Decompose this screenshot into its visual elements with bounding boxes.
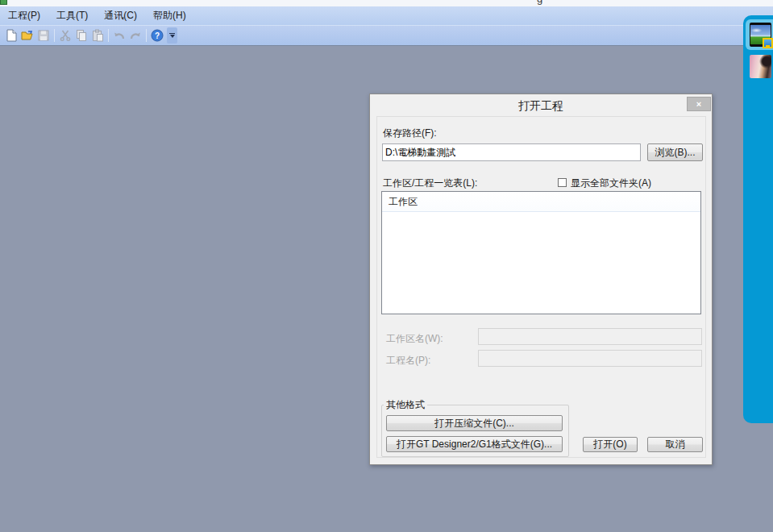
- help-icon[interactable]: ?: [149, 27, 165, 44]
- toolbar-separator: [146, 29, 147, 42]
- browse-button[interactable]: 浏览(B)...: [647, 143, 703, 161]
- menu-bar: 工程(P) 工具(T) 通讯(C) 帮助(H): [0, 6, 773, 25]
- landscape-photo-thumbnail[interactable]: [750, 23, 771, 47]
- close-icon[interactable]: ×: [687, 97, 711, 111]
- open-gt-designer2-button[interactable]: 打开GT Designer2/G1格式文件(G)...: [386, 436, 563, 452]
- workspace-name-label: 工作区名(W):: [386, 332, 443, 346]
- save-icon[interactable]: [35, 27, 52, 44]
- open-compressed-file-button[interactable]: 打开压缩文件(C)...: [386, 415, 563, 431]
- cut-icon[interactable]: [57, 27, 73, 44]
- new-icon[interactable]: [3, 27, 19, 44]
- side-panel: [743, 15, 773, 423]
- titlebar-strip: g: [0, 0, 773, 6]
- list-item-workspace[interactable]: 工作区: [382, 192, 700, 212]
- project-name-input: [478, 350, 702, 367]
- open-icon[interactable]: [19, 27, 35, 44]
- toolbar-overflow-icon[interactable]: [167, 27, 177, 44]
- cancel-button[interactable]: 取消: [647, 437, 703, 452]
- workspace-project-list-label: 工作区/工程一览表(L):: [383, 177, 477, 190]
- monitor-overlay-icon: [763, 38, 773, 48]
- toolbar-separator: [54, 29, 55, 42]
- workspace-name-input: [478, 328, 702, 345]
- menu-tools[interactable]: 工具(T): [48, 6, 96, 25]
- toolbar-separator: [108, 29, 109, 42]
- copy-icon[interactable]: [73, 27, 89, 44]
- portrait-photo-thumbnail[interactable]: [750, 55, 771, 78]
- menu-help[interactable]: 帮助(H): [145, 6, 194, 25]
- app-icon: [0, 0, 7, 5]
- paste-icon[interactable]: [89, 27, 106, 44]
- save-path-label: 保存路径(F):: [383, 127, 437, 140]
- undo-icon[interactable]: [111, 27, 127, 44]
- window-title-fragment: g: [537, 0, 542, 5]
- help-glyph: ?: [155, 31, 160, 40]
- dialog-title: 打开工程: [370, 99, 712, 114]
- workspace-project-listbox[interactable]: 工作区: [381, 191, 701, 314]
- project-name-label: 工程名(P):: [386, 354, 430, 368]
- show-all-folders-label: 显示全部文件夹(A): [571, 177, 651, 190]
- menu-communication[interactable]: 通讯(C): [96, 6, 145, 25]
- toolbar: ?: [0, 25, 773, 46]
- show-all-folders-checkbox[interactable]: [558, 178, 567, 187]
- other-formats-label: 其他格式: [384, 398, 427, 412]
- redo-icon[interactable]: [127, 27, 143, 44]
- menu-project[interactable]: 工程(P): [0, 6, 48, 25]
- screen: g 工程(P) 工具(T) 通讯(C) 帮助(H): [0, 0, 773, 532]
- open-project-dialog: 打开工程 × 保存路径(F): 浏览(B)... 工作区/工程一览表(L): 显…: [369, 94, 713, 465]
- open-button[interactable]: 打开(O): [583, 437, 638, 452]
- save-path-input[interactable]: [382, 143, 641, 161]
